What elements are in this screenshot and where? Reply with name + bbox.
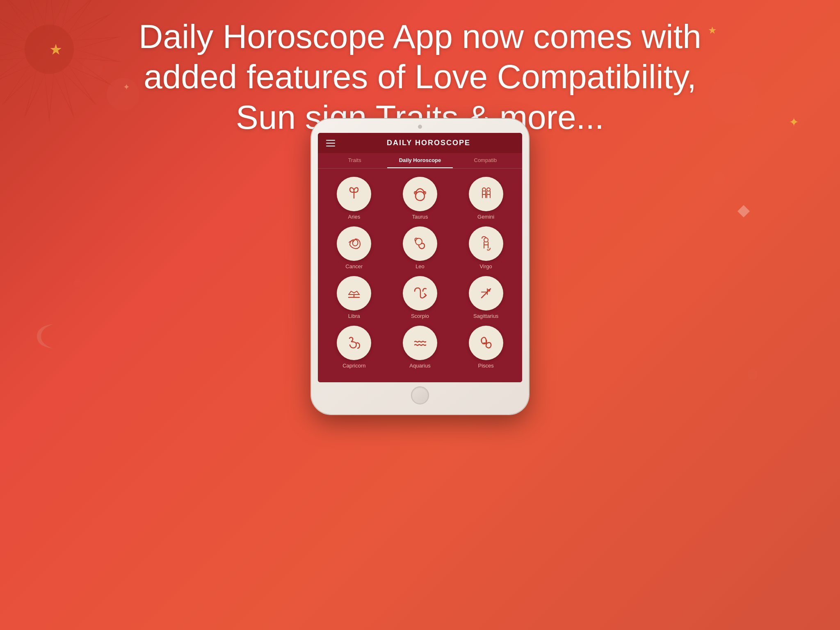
app-title: DAILY HOROSCOPE [343,139,514,147]
sign-circle-capricorn [337,326,371,360]
sign-item-sagittarius[interactable]: Sagittarius [456,276,516,319]
headline-line1: Daily Horoscope App now comes with [139,18,701,55]
sign-label-gemini: Gemini [477,214,494,220]
tab-traits[interactable]: Traits [322,153,387,168]
sign-item-virgo[interactable]: Virgo [456,226,516,269]
sign-label-libra: Libra [348,313,360,319]
tab-compatibility[interactable]: Compatib [453,153,518,168]
sign-label-aries: Aries [348,214,361,220]
svg-point-27 [484,238,488,242]
headline-line2: added features of Love Compatibility, [144,58,696,95]
app-header: DAILY HOROSCOPE [318,133,522,153]
sign-circle-pisces [469,326,503,360]
tab-bar: Traits Daily Horoscope Compatib [318,153,522,169]
sign-item-taurus[interactable]: Taurus [390,177,450,220]
sign-item-libra[interactable]: Libra [324,276,384,319]
sign-circle-scorpio [403,276,437,310]
sign-label-aquarius: Aquarius [409,363,430,369]
ipad-home-button[interactable] [411,386,429,404]
circle-decoration-6 [748,369,758,379]
svg-marker-19 [737,205,750,217]
sign-circle-cancer [337,226,371,261]
sign-circle-aries [337,177,371,211]
sign-item-scorpio[interactable]: Scorpio [390,276,450,319]
sign-label-sagittarius: Sagittarius [473,313,498,319]
sign-label-pisces: Pisces [478,363,494,369]
ipad-frame: DAILY HOROSCOPE Traits Daily Horoscope C… [311,119,529,414]
sign-item-aries[interactable]: Aries [324,177,384,220]
sign-circle-gemini [469,177,503,211]
hamburger-menu-button[interactable] [326,140,335,146]
moon-decoration [33,320,66,353]
svg-point-24 [482,188,486,191]
sign-item-aquarius[interactable]: Aquarius [390,326,450,369]
signs-grid: Aries Taurus [318,169,522,377]
svg-point-25 [487,188,490,191]
sign-label-taurus: Taurus [412,214,428,220]
circle-decoration-5 [74,279,82,287]
sign-circle-sagittarius [469,276,503,310]
ipad-camera [418,125,422,129]
sign-circle-aquarius [403,326,437,360]
sign-circle-taurus [403,177,437,211]
sign-item-cancer[interactable]: Cancer [324,226,384,269]
sign-label-scorpio: Scorpio [411,313,429,319]
sign-label-cancer: Cancer [345,263,363,269]
sign-item-gemini[interactable]: Gemini [456,177,516,220]
sign-item-capricorn[interactable]: Capricorn [324,326,384,369]
sign-circle-virgo [469,226,503,261]
dont-know-sign-link[interactable]: Don't know your sign? [318,377,522,382]
ipad-outer-frame: DAILY HOROSCOPE Traits Daily Horoscope C… [311,119,529,414]
sign-label-virgo: Virgo [480,263,492,269]
sign-label-capricorn: Capricorn [342,363,365,369]
tab-daily-horoscope[interactable]: Daily Horoscope [387,153,452,168]
sign-circle-libra [337,276,371,310]
sign-item-pisces[interactable]: Pisces [456,326,516,369]
diamond-decoration [737,205,750,217]
sign-circle-leo [403,226,437,261]
ipad-screen: DAILY HOROSCOPE Traits Daily Horoscope C… [318,133,522,382]
sign-item-leo[interactable]: Leo [390,226,450,269]
sign-label-leo: Leo [415,263,425,269]
circle-decoration-4 [713,172,725,185]
